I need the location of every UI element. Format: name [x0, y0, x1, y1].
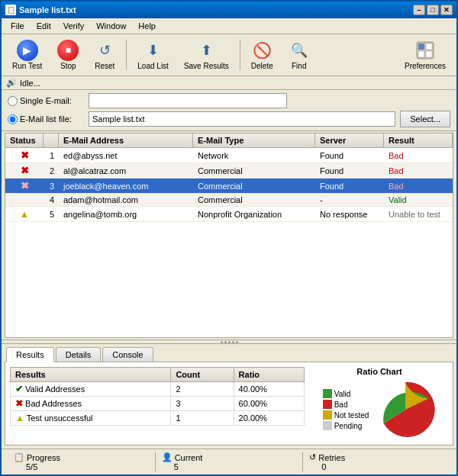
menu-help[interactable]: Help: [132, 20, 162, 32]
tab-content: Results Count Ratio ✔ Valid Addresses: [5, 362, 453, 445]
unsuccessful-count: 1: [171, 411, 234, 426]
status-icon: 🔊: [6, 78, 17, 88]
current-label-text: Current: [175, 453, 203, 462]
email-list-radio-label[interactable]: E-Mail list file:: [8, 114, 84, 124]
chart-title: Ratio Chart: [356, 367, 402, 376]
single-email-row: Single E-mail:: [8, 93, 450, 108]
minimize-button[interactable]: –: [413, 5, 425, 15]
single-email-radio[interactable]: [8, 96, 18, 106]
progress-item-current: 👤 Current 5: [156, 452, 304, 471]
results-content: Results Count Ratio ✔ Valid Addresses: [10, 367, 448, 440]
save-results-button[interactable]: ⬆ Save Results: [178, 37, 235, 72]
main-window: 📋 Sample list.txt – □ ✕ File Edit Verify…: [0, 0, 458, 476]
input-section: Single E-mail: E-Mail list file: Select.…: [2, 90, 456, 131]
row1-type: Network: [193, 150, 315, 162]
valid-ratio: 40.00%: [234, 382, 304, 397]
retries-label-text: Retries: [318, 453, 345, 462]
menu-verify[interactable]: Verify: [57, 20, 91, 32]
legend-bad: Bad: [323, 400, 369, 409]
warn-icon: ▲: [15, 413, 24, 423]
row4-result: Valid: [384, 194, 453, 206]
run-test-button[interactable]: ▶ Run Test: [6, 37, 48, 72]
current-icon: 👤: [162, 452, 173, 462]
row5-email: angelina@tomb.org: [59, 208, 193, 220]
legend-pending: Pending: [323, 421, 369, 430]
find-button[interactable]: 🔍 Find: [282, 37, 316, 72]
chart-legend: Valid Bad Not tested: [323, 389, 369, 430]
row2-server: Found: [315, 165, 384, 177]
table-row[interactable]: ✖ 3 joeblack@heaven.com Commercial Found…: [5, 178, 453, 194]
bad-ratio: 60.00%: [234, 397, 304, 411]
single-email-input[interactable]: [89, 93, 287, 108]
table-row[interactable]: ✖ 1 ed@abyss.net Network Found Bad: [5, 148, 453, 163]
menu-file[interactable]: File: [5, 20, 31, 32]
results-col-count: Count: [171, 368, 234, 382]
delete-label: Delete: [251, 62, 273, 70]
single-email-radio-label[interactable]: Single E-mail:: [8, 96, 84, 106]
tab-console[interactable]: Console: [102, 347, 153, 362]
row2-status: ✖: [5, 163, 44, 178]
unsuccessful-ratio: 20.00%: [234, 411, 304, 426]
results-table-wrap: Results Count Ratio ✔ Valid Addresses: [10, 367, 305, 440]
app-icon: 📋: [5, 5, 16, 15]
progress-section: 📋 Progress 5/5 👤 Current 5 ↺ Retries 0: [2, 449, 456, 474]
email-table-container: Status E-Mail Address E-Mail Type Server…: [5, 133, 453, 338]
row3-email: joeblack@heaven.com: [59, 180, 193, 192]
row2-num: 2: [44, 165, 59, 177]
menu-window[interactable]: Window: [90, 20, 132, 32]
stop-button[interactable]: ■ Stop: [51, 37, 85, 72]
pie-chart: [375, 379, 436, 440]
legend-not-tested-color: [323, 410, 332, 420]
delete-icon: 🚫: [251, 40, 273, 61]
col-server: Server: [315, 133, 384, 147]
email-list-label: E-Mail list file:: [20, 114, 72, 124]
row3-type: Commercial: [193, 180, 315, 192]
table-row[interactable]: 4 adam@hotmail.com Commercial - Valid: [5, 194, 453, 207]
table-row[interactable]: ▲ 5 angelina@tomb.org Nonprofit Organiza…: [5, 207, 453, 222]
progress-label: 📋 Progress: [14, 452, 149, 462]
single-email-label: Single E-mail:: [20, 96, 72, 105]
col-result: Result: [384, 133, 453, 147]
results-row-unsuccessful: ▲ Test unsuccessful 1 20.00%: [11, 411, 305, 426]
load-list-label: Load List: [137, 62, 169, 70]
results-col-ratio: Ratio: [234, 368, 304, 382]
legend-valid-color: [323, 389, 332, 398]
load-list-button[interactable]: ⬇ Load List: [131, 37, 175, 72]
close-button[interactable]: ✕: [440, 5, 453, 15]
preferences-label: Preferences: [405, 62, 446, 70]
email-list-input[interactable]: [89, 111, 395, 127]
toolbar-divider-2: [240, 40, 240, 70]
tab-details[interactable]: Details: [56, 347, 102, 362]
legend-not-tested: Not tested: [323, 410, 369, 420]
reset-button[interactable]: ↺ Reset: [88, 37, 121, 72]
preferences-button[interactable]: Preferences: [398, 37, 452, 72]
retries-value: 0: [309, 462, 444, 471]
find-label: Find: [292, 62, 306, 70]
email-list-row: E-Mail list file: Select...: [8, 111, 450, 127]
legend-not-tested-label: Not tested: [334, 411, 369, 420]
svg-rect-3: [418, 51, 424, 57]
reset-icon: ↺: [94, 40, 115, 61]
stop-label: Stop: [60, 62, 76, 70]
resize-dots: [221, 341, 238, 343]
menu-bar: File Edit Verify Window Help: [2, 18, 456, 34]
preferences-icon: [414, 40, 436, 61]
row1-status: ✖: [5, 148, 44, 162]
menu-edit[interactable]: Edit: [31, 20, 57, 32]
maximize-button[interactable]: □: [427, 5, 439, 15]
row1-server: Found: [315, 150, 384, 162]
row2-type: Commercial: [193, 165, 315, 177]
progress-item-retries: ↺ Retries 0: [303, 452, 450, 471]
col-type: E-Mail Type: [193, 133, 315, 147]
row1-num: 1: [44, 150, 59, 162]
save-results-label: Save Results: [184, 62, 229, 70]
bad-label: Bad Addresses: [25, 399, 82, 408]
table-row[interactable]: ✖ 2 al@alcatraz.com Commercial Found Bad: [5, 163, 453, 178]
email-list-radio[interactable]: [8, 114, 18, 124]
unsuccessful-label: Test unsuccessful: [27, 413, 93, 423]
progress-value: 5/5: [14, 462, 149, 471]
delete-button[interactable]: 🚫 Delete: [245, 37, 279, 72]
select-button[interactable]: Select...: [400, 111, 450, 127]
save-results-icon: ⬆: [195, 40, 217, 61]
tab-results[interactable]: Results: [6, 347, 54, 362]
